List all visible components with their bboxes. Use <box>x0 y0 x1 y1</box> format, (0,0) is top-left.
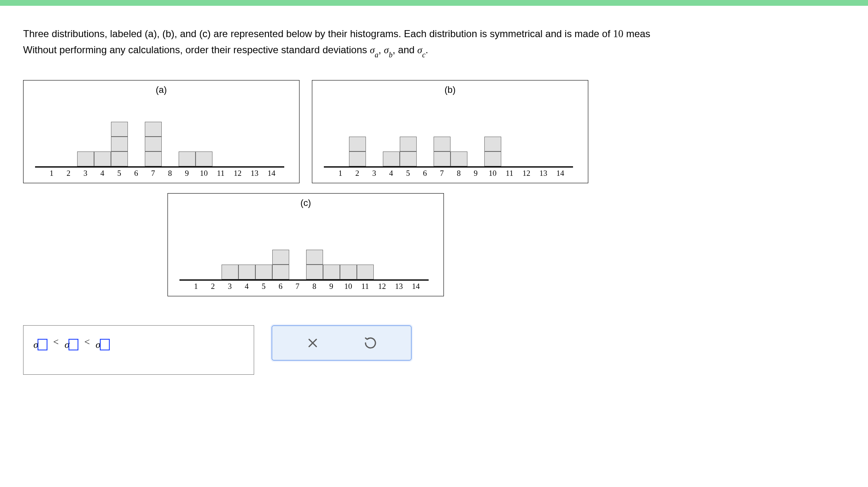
x-tick: 12 <box>518 169 535 178</box>
sigma-b-symbol: σ <box>384 45 389 55</box>
histogram-bar <box>484 137 501 151</box>
x-tick: 7 <box>434 169 450 178</box>
x-tick: 13 <box>246 169 263 178</box>
answer-row: σ < σ < σ <box>23 325 868 375</box>
x-tick: 4 <box>383 169 399 178</box>
content-area: Three distributions, labeled (a), (b), a… <box>0 6 868 391</box>
histogram-bar <box>484 151 501 166</box>
histogram-bar <box>145 151 162 166</box>
x-tick: 9 <box>179 169 195 178</box>
histogram-bar <box>238 265 255 279</box>
x-tick: 5 <box>400 169 416 178</box>
histogram-bar <box>383 151 400 166</box>
sigma-b-sub: b <box>389 51 392 59</box>
histogram-bar <box>272 265 289 279</box>
x-icon <box>307 337 319 349</box>
x-tick: 2 <box>349 169 366 178</box>
answer-slot-2[interactable] <box>68 339 78 350</box>
measurement-count: 10 <box>613 28 623 39</box>
tool-panel <box>271 325 412 361</box>
histogram-bar <box>451 151 467 166</box>
histogram-bar <box>77 151 94 166</box>
histogram-bar <box>272 250 289 265</box>
histogram-bar <box>145 122 162 137</box>
histogram-row-1: (a) 1234567891011121314 (b) 123456789101… <box>23 80 868 183</box>
x-tick: 8 <box>306 282 323 291</box>
x-tick: 12 <box>229 169 246 178</box>
answer-slot-3[interactable] <box>100 339 110 350</box>
x-tick: 12 <box>374 282 390 291</box>
x-tick: 10 <box>196 169 212 178</box>
histogram-bar <box>434 137 451 151</box>
and-text: and <box>398 44 417 55</box>
sigma-a-sub: a <box>375 51 378 59</box>
x-axis <box>179 279 429 281</box>
x-tick: 8 <box>162 169 178 178</box>
histogram-bar <box>340 265 357 279</box>
problem-line1-prefix: Three distributions, labeled (a), (b), a… <box>23 28 613 39</box>
sigma-a-symbol: σ <box>370 45 375 55</box>
reset-button[interactable] <box>360 332 381 354</box>
x-tick: 5 <box>255 282 272 291</box>
answer-sigma-3: σ <box>96 336 110 351</box>
histogram-bar <box>179 151 196 166</box>
histogram-b: (b) 1234567891011121314 <box>312 80 588 183</box>
x-tick: 9 <box>323 282 340 291</box>
x-axis <box>324 166 573 168</box>
histogram-a: (a) 1234567891011121314 <box>23 80 300 183</box>
histogram-bar <box>111 122 128 137</box>
problem-line2-prefix: Without performing any calculations, ord… <box>23 44 370 55</box>
answer-expression: σ < σ < σ <box>33 336 244 351</box>
histogram-bar <box>94 151 111 166</box>
period: . <box>425 44 428 55</box>
comma2: , <box>392 44 398 55</box>
x-tick: 3 <box>366 169 382 178</box>
x-tick: 1 <box>188 282 204 291</box>
comma1: , <box>378 44 384 55</box>
histogram-bar <box>222 265 238 279</box>
histogram-bar <box>357 265 374 279</box>
x-tick: 7 <box>145 169 161 178</box>
x-tick: 4 <box>94 169 111 178</box>
x-tick: 8 <box>451 169 467 178</box>
x-tick: 6 <box>417 169 433 178</box>
x-tick: 5 <box>111 169 127 178</box>
x-tick: 14 <box>408 282 424 291</box>
sigma-c-symbol: σ <box>417 45 422 55</box>
histogram-bar <box>434 151 451 166</box>
histogram-c: (c) 1234567891011121314 <box>167 193 444 296</box>
undo-icon <box>364 336 377 350</box>
x-tick: 6 <box>128 169 144 178</box>
sigma-c-sub: c <box>422 51 425 59</box>
x-tick: 2 <box>60 169 77 178</box>
histogram-c-label: (c) <box>168 198 443 208</box>
x-tick: 13 <box>535 169 552 178</box>
clear-button[interactable] <box>302 332 323 354</box>
histogram-bar <box>349 137 366 151</box>
problem-line1-suffix: meas <box>623 28 650 39</box>
x-tick: 11 <box>212 169 229 178</box>
x-tick: 9 <box>467 169 484 178</box>
x-axis <box>35 166 284 168</box>
histogram-bar <box>306 250 323 265</box>
histogram-bar <box>196 151 212 166</box>
x-tick: 14 <box>263 169 280 178</box>
x-tick: 6 <box>272 282 289 291</box>
answer-sigma-1: σ <box>33 336 47 351</box>
x-tick: 1 <box>332 169 349 178</box>
histogram-bar <box>400 151 417 166</box>
lt-2: < <box>82 336 92 351</box>
histogram-bar <box>111 137 128 151</box>
x-tick: 10 <box>340 282 356 291</box>
histogram-bar <box>111 151 128 166</box>
x-tick: 4 <box>238 282 255 291</box>
answer-sigma-2: σ <box>64 336 78 351</box>
histogram-b-label: (b) <box>312 85 588 95</box>
x-tick: 1 <box>43 169 60 178</box>
x-tick: 14 <box>552 169 568 178</box>
answer-slot-1[interactable] <box>38 339 47 350</box>
x-tick: 10 <box>484 169 501 178</box>
histogram-bar <box>323 265 340 279</box>
top-accent-bar <box>0 0 868 6</box>
x-tick: 13 <box>391 282 407 291</box>
